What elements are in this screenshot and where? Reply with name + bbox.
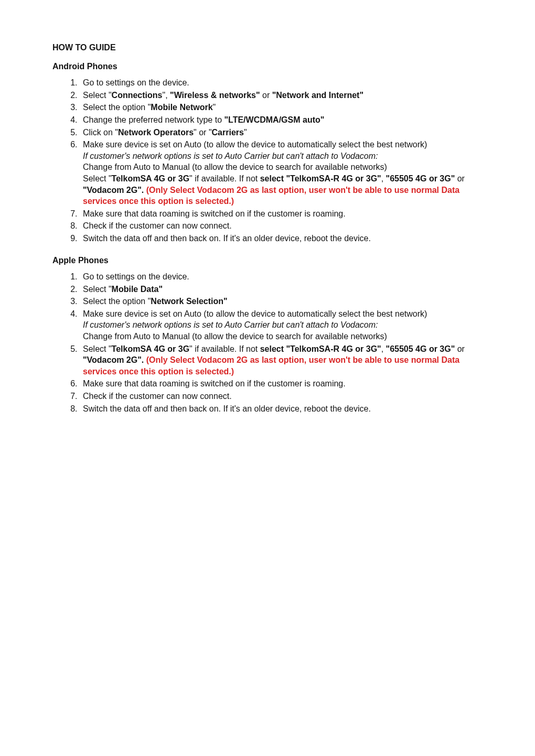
- text-run: "Vodacom 2G".: [83, 186, 146, 195]
- list-item: Go to settings on the device.: [80, 271, 483, 283]
- text-run: Select ": [83, 174, 112, 183]
- steps-list: Go to settings on the device.Select "Mob…: [52, 271, 483, 414]
- text-run: Mobile Network: [151, 103, 212, 112]
- text-run: Connections: [112, 91, 163, 100]
- list-item: Click on "Network Operators" or "Carrier…: [80, 127, 483, 138]
- text-run: ": [244, 128, 247, 137]
- text-run: ,: [381, 344, 386, 353]
- text-run: Select ": [83, 285, 112, 294]
- text-run: ",: [162, 91, 170, 100]
- text-run: select "TelkomSA-R 4G or 3G": [260, 344, 381, 353]
- text-run: "65505 4G or 3G": [386, 174, 455, 183]
- list-item: Make sure device is set on Auto (to allo…: [80, 308, 483, 342]
- text-run: Change the preferred network type to: [83, 115, 224, 124]
- steps-list: Go to settings on the device.Select "Con…: [52, 77, 483, 244]
- list-item: Switch the data off and then back on. If…: [80, 403, 483, 415]
- text-run: or: [455, 174, 465, 183]
- text-run: If customer's network options is set to …: [83, 320, 378, 329]
- text-run: Check if the customer can now connect.: [83, 221, 232, 230]
- text-run: Select the option ": [83, 297, 151, 306]
- list-item: Select the option "Mobile Network": [80, 102, 483, 113]
- list-item: Select "TelkomSA 4G or 3G" if available.…: [80, 343, 483, 377]
- text-run: " if available. If not: [189, 344, 260, 353]
- text-run: Carriers: [212, 128, 244, 137]
- text-run: TelkomSA 4G or 3G: [112, 344, 189, 353]
- text-run: Network Operators: [118, 128, 194, 137]
- text-run: Select ": [83, 91, 112, 100]
- text-run: Select the option ": [83, 103, 151, 112]
- text-run: select "TelkomSA-R 4G or 3G": [260, 174, 381, 183]
- text-run: Make sure that data roaming is switched …: [83, 379, 346, 388]
- text-run: Make sure device is set on Auto (to allo…: [83, 309, 427, 318]
- text-run: " or ": [194, 128, 211, 137]
- text-run: " if available. If not: [189, 174, 260, 183]
- text-run: ": [213, 103, 216, 112]
- list-item: Make sure that data roaming is switched …: [80, 378, 483, 390]
- list-item: Select "Connections", "Wireless & networ…: [80, 90, 483, 101]
- list-item: Make sure device is set on Auto (to allo…: [80, 139, 483, 207]
- list-item: Check if the customer can now connect.: [80, 220, 483, 232]
- text-run: Mobile Data": [112, 285, 163, 294]
- text-run: "Wireless & networks": [170, 91, 260, 100]
- text-run: Change from Auto to Manual (to allow the…: [83, 332, 387, 341]
- text-run: TelkomSA 4G or 3G: [112, 174, 189, 183]
- text-run: If customer's network options is set to …: [83, 152, 378, 160]
- text-run: Make sure that data roaming is switched …: [83, 209, 346, 218]
- text-run: ,: [381, 174, 386, 183]
- text-run: or: [260, 91, 272, 100]
- list-item: Check if the customer can now connect.: [80, 391, 483, 402]
- text-run: Make sure device is set on Auto (to allo…: [83, 140, 427, 149]
- text-run: Go to settings on the device.: [83, 78, 189, 87]
- list-item: Select the option "Network Selection": [80, 296, 483, 307]
- list-item: Change the preferred network type to "LT…: [80, 114, 483, 126]
- section-heading: Apple Phones: [52, 255, 483, 266]
- text-run: "LTE/WCDMA/GSM auto": [224, 115, 325, 124]
- page-title: HOW TO GUIDE: [52, 42, 483, 53]
- sections-container: Android PhonesGo to settings on the devi…: [52, 61, 483, 415]
- list-item: Make sure that data roaming is switched …: [80, 208, 483, 220]
- text-run: "Vodacom 2G".: [83, 355, 146, 364]
- text-run: Switch the data off and then back on. If…: [83, 404, 371, 413]
- text-run: Select ": [83, 344, 112, 353]
- text-run: "65505 4G or 3G": [386, 344, 455, 353]
- text-run: Click on ": [83, 128, 118, 137]
- text-run: or: [455, 344, 465, 353]
- text-run: Change from Auto to Manual (to allow the…: [83, 163, 387, 171]
- list-item: Select "Mobile Data": [80, 284, 483, 295]
- text-run: Switch the data off and then back on. If…: [83, 234, 371, 243]
- list-item: Go to settings on the device.: [80, 77, 483, 89]
- list-item: Switch the data off and then back on. If…: [80, 233, 483, 244]
- text-run: Go to settings on the device.: [83, 272, 189, 281]
- document-page: HOW TO GUIDE Android PhonesGo to setting…: [0, 0, 535, 756]
- text-run: "Network and Internet": [272, 91, 363, 100]
- section-heading: Android Phones: [52, 61, 483, 72]
- text-run: Network Selection": [151, 297, 227, 306]
- text-run: Check if the customer can now connect.: [83, 392, 232, 401]
